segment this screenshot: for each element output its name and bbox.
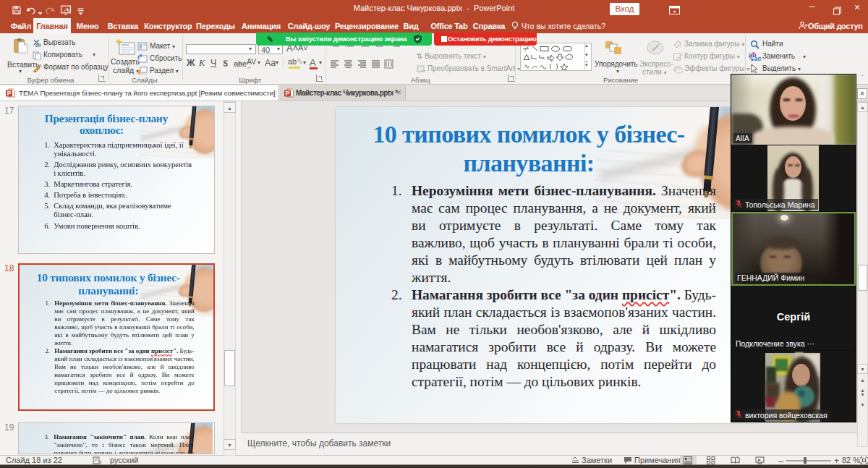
svg-text:x: x	[99, 459, 102, 464]
svg-text:P: P	[286, 90, 290, 97]
svg-text:P: P	[7, 90, 12, 97]
